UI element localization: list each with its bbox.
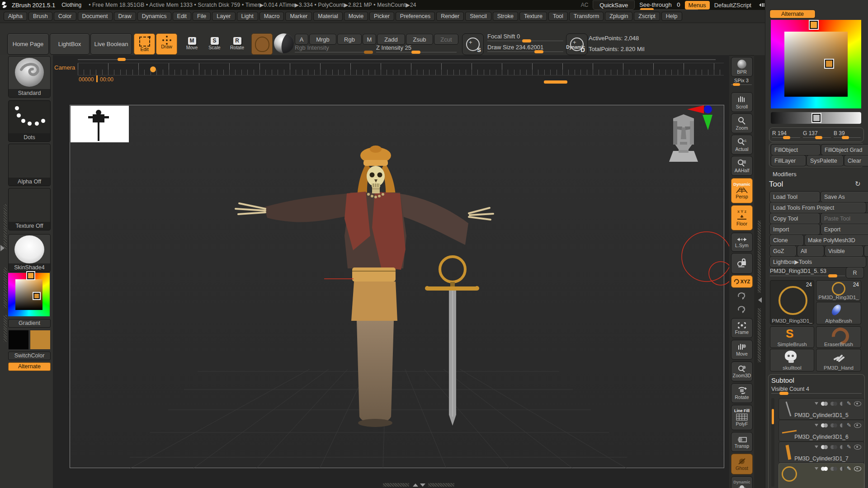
import-button[interactable]: Import [770,224,820,235]
export-button[interactable]: Export [821,224,868,235]
material-thumbnail[interactable] [274,33,294,53]
floor-button[interactable]: x Y z Floor [731,205,753,230]
subtool-scrollbar[interactable] [771,398,774,487]
collapse-down-icon[interactable] [420,483,425,487]
spix-slider[interactable]: SPix 3 [730,78,753,89]
polypaint-brush-icon[interactable]: ✎ [847,422,851,428]
material-picker[interactable]: SkinShade4 [8,234,51,272]
subtool-row-3[interactable]: ✎ PM3D_Cylinder3D1_7 [778,441,864,463]
union-icon[interactable] [830,423,837,427]
menu-tool[interactable]: Tool [548,12,568,21]
gradient-label[interactable]: Gradient [8,319,51,328]
tool-r-button[interactable]: R [846,267,863,278]
menu-picker[interactable]: Picker [369,12,394,21]
see-through-slider[interactable]: See-through 0 [639,1,680,9]
stroke-picker[interactable]: Dots [8,100,51,142]
tray-scroll-strip[interactable] [4,267,7,308]
rgb-intensity-slider[interactable]: Rgb Intensity [295,44,373,53]
dynamic-draw-size-label[interactable]: Dynamic [566,45,585,50]
main-color-swatch[interactable] [8,330,29,350]
save-as-button[interactable]: Save As [821,192,868,202]
clear-button[interactable]: Clear [844,155,868,166]
lightbox-tools-button[interactable]: Lightbox▶Tools [770,257,866,267]
switchcolor-button[interactable]: SwitchColor [8,352,51,360]
menu-layer[interactable]: Layer [212,12,235,21]
sys-palette-button[interactable]: SysPalette [807,155,843,166]
rotate-button[interactable]: R Rotate [227,33,247,54]
bpr-button[interactable]: BPR [731,57,753,77]
menu-brush[interactable]: Brush [28,12,52,21]
menu-light[interactable]: Light [237,12,258,21]
current-tool-button[interactable] [251,33,273,55]
ghost-button[interactable]: Ghost [731,454,753,474]
menu-file[interactable]: File [193,12,211,21]
menu-dynamics[interactable]: Dynamics [137,12,171,21]
visibility-icon[interactable] [821,445,828,449]
blue-slider[interactable]: B 39 [834,130,861,139]
mode-zsub-button[interactable]: Zsub [406,34,433,45]
quicksave-button[interactable]: QuickSave [593,0,635,10]
document-canvas[interactable]: Camera 00000 00:00 [53,55,729,488]
menu-marker[interactable]: Marker [285,12,312,21]
green-slider[interactable]: G 137 [803,130,831,139]
eye-icon[interactable] [854,466,861,471]
aahalf-button[interactable]: AAHalf [731,156,753,176]
rotate3d-button[interactable]: Rotate [731,383,753,403]
paste-tool-button[interactable]: Paste Tool [821,213,868,224]
alpha-picker[interactable]: Alpha Off [8,144,51,186]
menu-macro[interactable]: Macro [259,12,284,21]
local-symmetry-button[interactable] [731,253,753,274]
menu-stencil[interactable]: Stencil [465,12,491,21]
load-tool-button[interactable]: Load Tool [770,192,820,202]
alternate-button-left[interactable]: Alternate [8,362,51,371]
zoom-button[interactable]: Zoom [731,113,753,133]
menu-zplugin[interactable]: Zplugin [605,12,632,21]
subtool-row-2[interactable]: ✎ PM3D_Cylinder3D1_6 [778,420,864,441]
goz-r-button[interactable]: R [864,246,868,256]
divider-collapse-arrow[interactable] [758,297,762,303]
tool-item-skulltool[interactable]: skulltool [770,349,814,371]
tool-restore-icon[interactable]: ↻ [855,180,861,188]
tray-scroll-strip[interactable] [4,315,7,342]
tool-palette-header[interactable]: Tool [769,180,783,189]
subtool-header[interactable]: Subtool [771,376,794,384]
difference-icon[interactable] [840,423,844,427]
menu-edit[interactable]: Edit [173,12,192,21]
camview-head[interactable] [669,114,698,162]
default-zscript-button[interactable]: DefaultZScript [714,2,751,9]
menu-color[interactable]: Color [54,12,76,21]
color-picker-main[interactable] [771,20,861,108]
difference-icon[interactable] [840,402,844,406]
transp-button[interactable]: Transp [731,432,753,452]
menu-stroke[interactable]: Stroke [493,12,518,21]
edit-button[interactable]: Edit [134,33,155,55]
fill-layer-button[interactable]: FillLayer [771,155,806,166]
scroll-button[interactable]: Scroll [731,92,753,112]
hue-selector[interactable] [27,272,34,279]
mode-mrgb-button[interactable]: Mrgb [309,34,336,45]
scale-button[interactable]: S Scale [204,33,225,54]
load-tools-from-project-button[interactable]: Load Tools From Project [770,202,866,213]
difference-icon[interactable] [840,445,844,449]
visibility-icon[interactable] [821,423,828,427]
visible-count-slider[interactable]: Visible Count 4 [771,385,862,394]
sv-selector-main[interactable] [825,60,833,68]
tool-name-slider[interactable]: PM3D_Ring3D1_5. 53 [770,267,845,277]
lsym-button[interactable]: L.Sym [731,233,753,252]
make-polymesh3d-button[interactable]: Make PolyMesh3D [805,235,868,245]
z-intensity-slider[interactable]: Z Intensity 25 [376,44,457,53]
color-picker[interactable] [8,273,50,316]
z-rotation-button[interactable]: z [731,303,752,315]
tool-item-alphabrush[interactable]: AlphaBrush [816,302,861,324]
copy-tool-button[interactable]: Copy Tool [770,213,820,224]
union-icon[interactable] [830,402,837,406]
visibility-icon[interactable] [821,402,828,406]
hue-selector-main[interactable] [810,21,818,29]
union-icon[interactable] [830,467,837,471]
polyf-button[interactable]: Line Fill PolyF [731,405,753,430]
value-gradient-bar[interactable] [771,112,861,124]
menu-alpha[interactable]: Alpha [4,12,27,21]
actual-button[interactable]: x1 Actual [731,135,753,155]
alt-color-swatch[interactable] [30,330,51,350]
tool-item-simplebrush[interactable]: S SimpleBrush [770,326,814,348]
